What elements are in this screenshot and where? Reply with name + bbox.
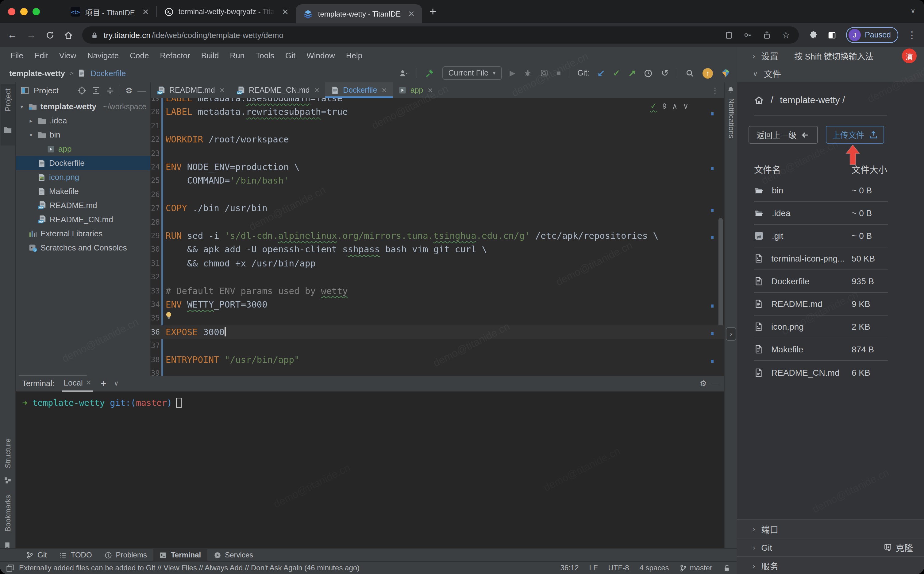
menu-refactor[interactable]: Refactor xyxy=(154,50,195,60)
stripe-bookmarks-tab[interactable]: Bookmarks xyxy=(4,495,12,531)
project-panel-title[interactable]: Project xyxy=(34,86,58,95)
undo-icon[interactable]: ↺ xyxy=(661,68,669,79)
code-line[interactable]: 30 && apk add -U openssh-client sshpass … xyxy=(151,243,724,257)
demo-badge[interactable]: 演 xyxy=(902,49,917,63)
menu-edit[interactable]: Edit xyxy=(29,50,54,60)
code-line[interactable]: 38ENTRYPOINT "/usr/bin/app" xyxy=(151,353,724,366)
browser-menu-icon[interactable]: ⋮ xyxy=(907,30,917,41)
back-icon[interactable]: ← xyxy=(7,30,17,40)
unlock-icon[interactable] xyxy=(723,564,731,572)
terminal-output[interactable]: ➜ template-wetty git:(master) xyxy=(16,392,724,409)
coverage-icon[interactable] xyxy=(540,69,548,77)
inspection-widget[interactable]: ✓ 9 ∧ ∨ xyxy=(651,101,688,110)
files-section-header[interactable]: ∨ 文件 xyxy=(737,65,924,82)
user-icon[interactable] xyxy=(399,68,409,78)
code-line[interactable]: 21 xyxy=(151,119,724,133)
update-icon[interactable]: ↑ xyxy=(702,68,713,78)
key-icon[interactable] xyxy=(743,31,752,39)
code-line[interactable]: 31 && chmod +x /usr/bin/app xyxy=(151,257,724,270)
menu-code[interactable]: Code xyxy=(124,50,154,60)
file-row[interactable]: README_CN.md6 KB xyxy=(754,361,888,384)
tab-close-icon[interactable]: ✕ xyxy=(219,86,225,94)
go-up-button[interactable]: 返回上一级 xyxy=(748,126,818,144)
toolwindow-problems[interactable]: Problems xyxy=(98,549,153,561)
code-line[interactable]: 37 xyxy=(151,339,724,353)
code-line[interactable]: 35 xyxy=(151,312,724,325)
editor-tab[interactable]: MDREADME_CN.md✕ xyxy=(230,82,325,98)
file-row[interactable]: terminal-icon-png...50 KB xyxy=(754,248,888,270)
editor-tab[interactable]: app✕ xyxy=(393,82,439,98)
code-line[interactable]: 26 xyxy=(151,188,724,202)
code-line[interactable]: 22WORKDIR /root/workspace xyxy=(151,132,724,147)
share-icon[interactable] xyxy=(763,31,771,39)
code-line[interactable]: 27COPY ./bin /usr/bin xyxy=(151,201,724,215)
maximize-window-button[interactable] xyxy=(33,8,40,15)
file-row[interactable]: .idea~ 0 B xyxy=(754,202,888,225)
code-line[interactable]: 34ENV WETTY_PORT=3000 xyxy=(151,298,724,312)
tree-item[interactable]: icon.png xyxy=(16,170,150,184)
tree-item[interactable]: MDREADME_CN.md xyxy=(16,213,150,227)
home-icon[interactable] xyxy=(64,30,73,39)
settings-section-header[interactable]: › 设置 按 Shift 键切换输入法 演 xyxy=(737,47,924,65)
browser-tab[interactable]: template-wetty - TitanIDE✕ xyxy=(296,4,422,23)
search-icon[interactable] xyxy=(685,68,695,78)
menu-view[interactable]: View xyxy=(54,50,82,60)
upload-file-button[interactable]: 上传文件 xyxy=(826,126,884,144)
clipboard-icon[interactable] xyxy=(724,31,733,39)
code-line[interactable]: 25 COMMAND='/bin/bash' xyxy=(151,174,724,188)
debug-icon[interactable] xyxy=(523,69,532,77)
address-bar[interactable]: try.titanide.cn/ide/web/coding/template-… xyxy=(82,27,798,44)
git-update-icon[interactable]: ↙ xyxy=(597,68,605,79)
tree-item[interactable]: ▸.idea xyxy=(16,114,150,128)
code-line[interactable]: 19LABEL metadata.usesubdomain=false xyxy=(151,98,724,105)
tree-item[interactable]: MDREADME.md xyxy=(16,198,150,213)
hide-panel-icon[interactable]: — xyxy=(137,85,146,95)
code-line[interactable]: 29RUN sed -i 's/dl-cdn.alpinelinux.org/m… xyxy=(151,229,724,243)
menu-file[interactable]: File xyxy=(5,50,29,60)
menu-tools[interactable]: Tools xyxy=(250,50,280,60)
stripe-structure-tab[interactable]: Structure xyxy=(4,438,12,468)
menu-navigate[interactable]: Navigate xyxy=(82,50,124,60)
menu-window[interactable]: Window xyxy=(301,50,341,60)
browser-tab[interactable]: terminal-wetty-bwqryafz - Tita✕ xyxy=(157,0,296,23)
section-ports[interactable]: ›端口 xyxy=(737,519,924,538)
code-line[interactable]: 20LABEL metadata.rewritesubpath=true xyxy=(151,105,724,119)
stop-button[interactable]: ■ xyxy=(556,69,561,77)
tree-chevron-icon[interactable]: ▾ xyxy=(28,132,35,138)
toolwindow-git[interactable]: Git xyxy=(20,549,53,561)
forward-icon[interactable]: → xyxy=(27,30,36,40)
tree-item[interactable]: Dockerfile xyxy=(16,156,150,170)
git-branch-widget[interactable]: master xyxy=(679,564,712,572)
code-line[interactable]: 32 xyxy=(151,270,724,284)
toolwindow-terminal[interactable]: Terminal xyxy=(153,549,207,561)
code-line[interactable]: 36EXPOSE 3000 xyxy=(151,325,724,339)
sidepanel-icon[interactable] xyxy=(827,30,837,39)
breadcrumb-file[interactable]: Dockerfile xyxy=(91,68,126,78)
expand-all-icon[interactable] xyxy=(92,86,101,95)
tab-close-icon[interactable]: ✕ xyxy=(381,86,387,94)
file-row[interactable]: Dockerfile935 B xyxy=(754,270,888,293)
terminal-settings-icon[interactable]: ⚙ xyxy=(700,379,707,388)
tab-options-icon[interactable]: ⋮ xyxy=(711,86,719,95)
history-icon[interactable] xyxy=(644,68,653,78)
browser-tab[interactable]: <t>项目 - TitanIDE✕ xyxy=(63,0,156,23)
lock-icon[interactable] xyxy=(91,31,98,39)
indent-setting[interactable]: 4 spaces xyxy=(640,564,669,572)
file-row[interactable]: bin~ 0 B xyxy=(754,179,888,202)
tab-close-icon[interactable]: ✕ xyxy=(314,86,320,94)
code-line[interactable]: 28 xyxy=(151,215,724,229)
ide-gem-icon[interactable] xyxy=(721,68,731,78)
menu-build[interactable]: Build xyxy=(196,50,225,60)
close-icon[interactable]: ✕ xyxy=(86,379,91,387)
code-line[interactable]: 23 xyxy=(151,147,724,160)
tree-item[interactable]: External Libraries xyxy=(16,227,150,241)
breadcrumb-project[interactable]: template-wetty xyxy=(9,68,65,78)
close-window-button[interactable] xyxy=(8,8,15,15)
tree-chevron-icon[interactable]: ▾ xyxy=(19,103,25,110)
window-stack-icon[interactable] xyxy=(6,564,14,572)
terminal-dropdown-icon[interactable]: ∨ xyxy=(114,379,119,387)
prev-problem-icon[interactable]: ∧ xyxy=(672,102,678,110)
editor-tab[interactable]: MDREADME.md✕ xyxy=(151,82,230,98)
line-ending[interactable]: LF xyxy=(589,564,598,572)
stripe-project-tab[interactable]: Project xyxy=(4,88,12,112)
